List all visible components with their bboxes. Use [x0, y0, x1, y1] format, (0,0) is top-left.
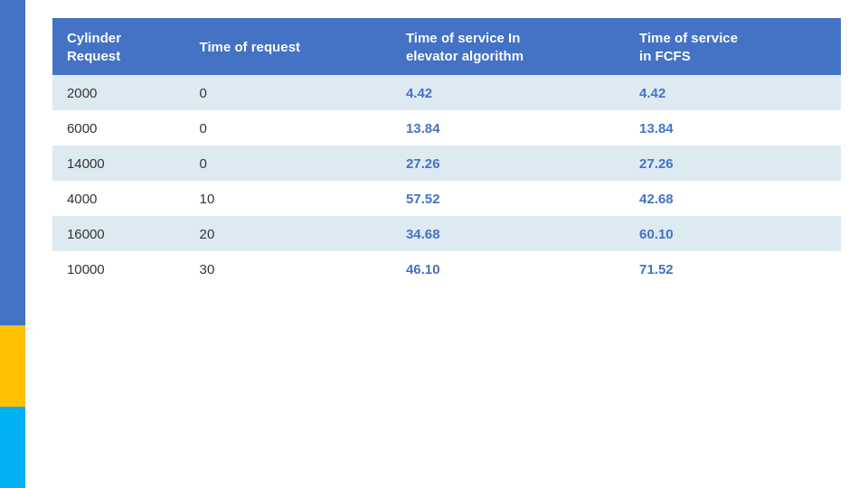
cell-cylinder: 6000 [52, 110, 185, 145]
cell-elevator: 34.68 [392, 216, 625, 251]
sidebar-yellow [0, 325, 25, 407]
cell-fcfs: 60.10 [625, 216, 841, 251]
cell-time-request: 0 [185, 110, 392, 145]
cell-fcfs: 4.42 [625, 75, 841, 110]
table-row: 160002034.6860.10 [52, 216, 841, 251]
left-sidebar [0, 0, 25, 488]
cell-time-request: 0 [185, 145, 392, 181]
cell-fcfs: 27.26 [625, 145, 841, 181]
cell-cylinder: 16000 [52, 216, 185, 251]
header-fcfs: Time of servicein FCFS [625, 18, 841, 75]
cell-cylinder: 14000 [52, 145, 185, 181]
cell-fcfs: 71.52 [625, 251, 841, 286]
sidebar-teal [0, 407, 25, 488]
cell-cylinder: 10000 [52, 251, 185, 286]
cell-cylinder: 4000 [52, 181, 185, 216]
cell-time-request: 20 [185, 216, 392, 251]
cell-elevator: 4.42 [392, 75, 625, 110]
table-row: 6000013.8413.84 [52, 110, 841, 145]
cell-time-request: 10 [185, 181, 392, 216]
cell-elevator: 46.10 [392, 251, 625, 286]
header-cylinder: CylinderRequest [52, 18, 185, 75]
table-row: 200004.424.42 [52, 75, 841, 110]
cell-elevator: 57.52 [392, 181, 625, 216]
table-row: 100003046.1071.52 [52, 251, 841, 286]
table-header-row: CylinderRequest Time of request Time of … [52, 18, 841, 75]
cell-fcfs: 13.84 [625, 110, 841, 145]
main-content: CylinderRequest Time of request Time of … [25, 0, 868, 488]
cell-time-request: 0 [185, 75, 392, 110]
data-table: CylinderRequest Time of request Time of … [52, 18, 841, 286]
header-elevator: Time of service Inelevator algorithm [392, 18, 625, 75]
cell-elevator: 13.84 [392, 110, 625, 145]
table-body: 200004.424.426000013.8413.8414000027.262… [52, 75, 841, 286]
header-time-request: Time of request [185, 18, 392, 75]
cell-time-request: 30 [185, 251, 392, 286]
cell-cylinder: 2000 [52, 75, 185, 110]
table-row: 14000027.2627.26 [52, 145, 841, 181]
sidebar-blue [0, 0, 25, 325]
table-row: 40001057.5242.68 [52, 181, 841, 216]
cell-elevator: 27.26 [392, 145, 625, 181]
cell-fcfs: 42.68 [625, 181, 841, 216]
